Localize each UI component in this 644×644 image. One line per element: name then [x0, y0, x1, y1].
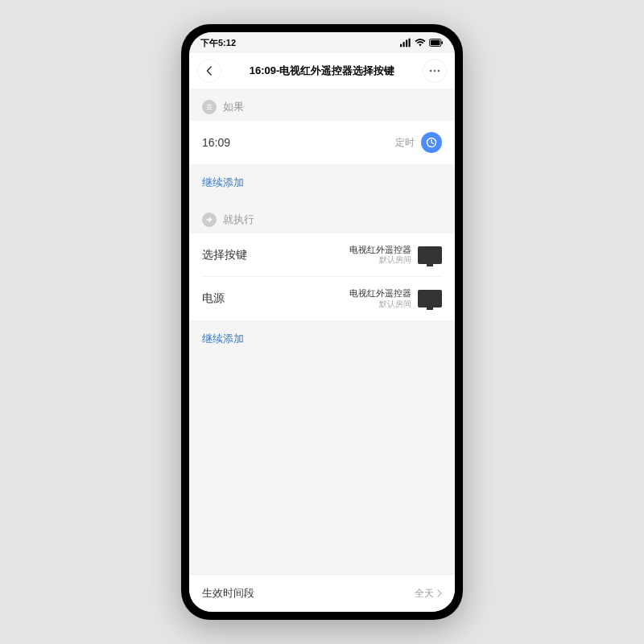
phone-frame: 下午5:12 16:09-电视红外遥控器选择按键 如果 16 [181, 24, 463, 620]
page-title: 16:09-电视红外遥控器选择按键 [250, 64, 395, 78]
action-row[interactable]: 选择按键 电视红外遥控器 默认房间 [202, 233, 442, 277]
if-card: 16:09 定时 [189, 121, 455, 164]
effective-period-row[interactable]: 生效时间段 全天 [189, 574, 455, 612]
device-name: 电视红外遥控器 [349, 245, 411, 255]
effective-value: 全天 [415, 587, 434, 601]
status-icons [400, 38, 444, 47]
device-room: 默认房间 [349, 299, 411, 309]
more-horizontal-icon [429, 69, 440, 72]
chevron-right-icon [437, 589, 442, 597]
screen: 下午5:12 16:09-电视红外遥控器选择按键 如果 16 [189, 32, 455, 612]
device-info: 电视红外遥控器 默认房间 [349, 245, 411, 265]
svg-rect-5 [431, 40, 440, 45]
section-then-label: 就执行 [223, 213, 254, 227]
signal-icon [400, 38, 411, 47]
then-card: 选择按键 电视红外遥控器 默认房间 电源 电视红外遥控器 默认房间 [189, 233, 455, 320]
add-if-button[interactable]: 继续添加 [189, 164, 455, 201]
device-room: 默认房间 [349, 255, 411, 265]
svg-point-9 [438, 70, 440, 72]
effective-label: 生效时间段 [202, 586, 254, 601]
battery-icon [429, 38, 444, 47]
svg-rect-3 [409, 39, 411, 47]
status-time: 下午5:12 [200, 37, 236, 49]
spacer [189, 357, 455, 574]
svg-rect-0 [400, 44, 402, 47]
trigger-type: 定时 [395, 136, 415, 150]
back-button[interactable] [197, 59, 221, 83]
add-then-button[interactable]: 继续添加 [189, 320, 455, 357]
list-icon [202, 100, 217, 114]
section-if-header: 如果 [189, 89, 455, 121]
action-label: 电源 [202, 291, 225, 306]
device-name: 电视红外遥控器 [349, 288, 411, 299]
svg-point-8 [434, 70, 436, 72]
tv-icon [418, 290, 442, 308]
chevron-left-icon [206, 66, 213, 76]
svg-point-7 [430, 70, 432, 72]
header: 16:09-电视红外遥控器选择按键 [189, 53, 455, 89]
clock-icon [421, 132, 442, 153]
section-if-label: 如果 [223, 100, 244, 114]
svg-rect-1 [403, 42, 405, 47]
section-then-header: 就执行 [189, 201, 455, 233]
device-info: 电视红外遥控器 默认房间 [349, 288, 411, 308]
more-button[interactable] [423, 59, 447, 83]
trigger-row[interactable]: 16:09 定时 [202, 121, 442, 164]
wifi-icon [415, 38, 426, 47]
svg-rect-6 [441, 41, 443, 44]
action-label: 选择按键 [202, 248, 247, 262]
status-bar: 下午5:12 [189, 32, 455, 53]
trigger-time: 16:09 [202, 136, 230, 149]
action-row[interactable]: 电源 电视红外遥控器 默认房间 [202, 277, 442, 320]
tv-icon [418, 246, 442, 264]
svg-rect-2 [406, 40, 407, 47]
arrow-icon [202, 213, 217, 227]
